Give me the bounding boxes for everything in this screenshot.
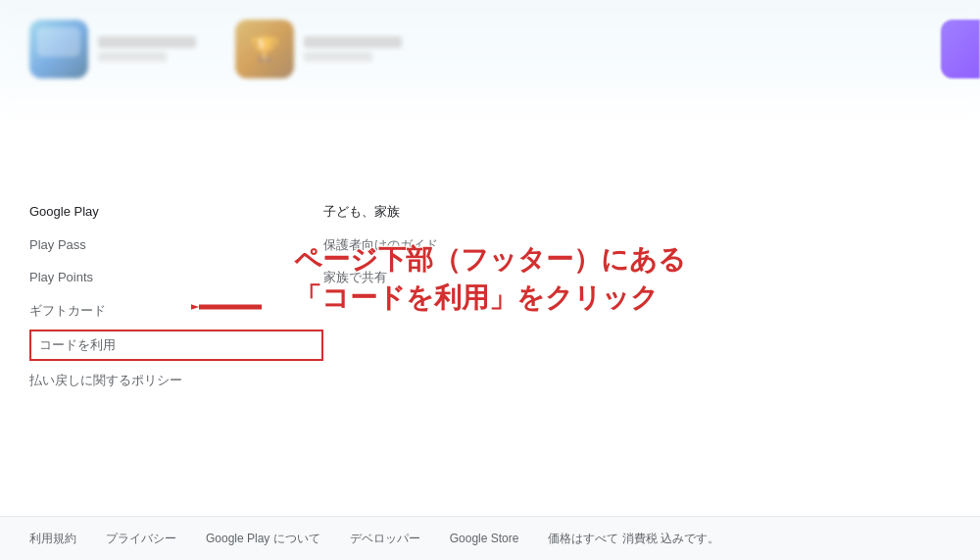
- bottom-link-terms[interactable]: 利用規約: [29, 531, 76, 547]
- footer-link-playpass[interactable]: Play Pass: [29, 229, 323, 261]
- footer-link-playpoints[interactable]: Play Points: [29, 262, 323, 293]
- app-text-2: [304, 36, 402, 62]
- bottom-link-google-store[interactable]: Google Store: [450, 532, 519, 545]
- app-icon-right-edge: [941, 20, 980, 78]
- app-icon-trophy: [235, 20, 294, 78]
- bottom-link-tax: 価格はすべて 消費税 込みです。: [548, 531, 719, 547]
- bottom-link-about[interactable]: Google Play について: [206, 531, 320, 547]
- footer-col-1: Google Play Play Pass Play Points ギフトカード…: [29, 196, 323, 395]
- app-subtitle-blur-1: [98, 52, 167, 62]
- footer-links-grid: Google Play Play Pass Play Points ギフトカード…: [29, 186, 617, 415]
- footer-header-family[interactable]: 子ども、家族: [323, 196, 617, 228]
- app-item-1: [29, 20, 196, 78]
- footer-header-googleplay[interactable]: Google Play: [29, 196, 323, 228]
- footer-col-2: 子ども、家族 保護者向けのガイド 家族で共有: [323, 196, 617, 395]
- bottom-bar: 利用規約 プライバシー Google Play について デベロッパー Goog…: [0, 516, 980, 560]
- bottom-link-developer[interactable]: デベロッパー: [350, 531, 420, 547]
- app-subtitle-blur-2: [304, 52, 372, 62]
- app-icons-row: [0, 0, 431, 98]
- app-item-2: [235, 20, 402, 78]
- footer-link-code[interactable]: コードを利用: [29, 330, 323, 361]
- footer-link-giftcard[interactable]: ギフトカード: [29, 295, 323, 327]
- app-title-blur-2: [304, 36, 402, 48]
- app-icon-landscape: [29, 20, 88, 78]
- app-title-blur-1: [98, 36, 196, 48]
- white-gap: [0, 127, 980, 186]
- footer-link-family-share[interactable]: 家族で共有: [323, 262, 617, 293]
- footer-link-refund[interactable]: 払い戻しに関するポリシー: [29, 365, 323, 396]
- footer-link-parent-guide[interactable]: 保護者向けのガイド: [323, 229, 617, 261]
- bottom-link-privacy[interactable]: プライバシー: [106, 531, 176, 547]
- app-text-1: [98, 36, 196, 62]
- top-blur-section: [0, 0, 980, 127]
- footer-area: Google Play Play Pass Play Points ギフトカード…: [0, 186, 980, 415]
